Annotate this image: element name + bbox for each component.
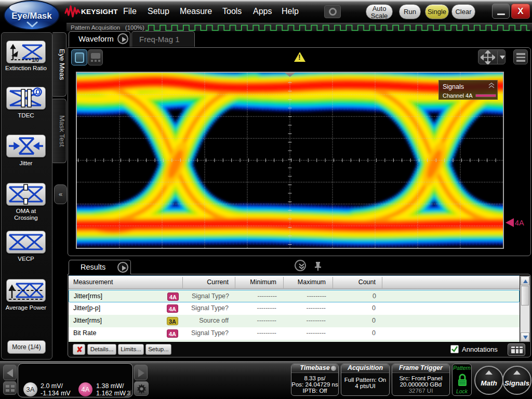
svg-text:1/0: 1/0 bbox=[32, 57, 39, 63]
